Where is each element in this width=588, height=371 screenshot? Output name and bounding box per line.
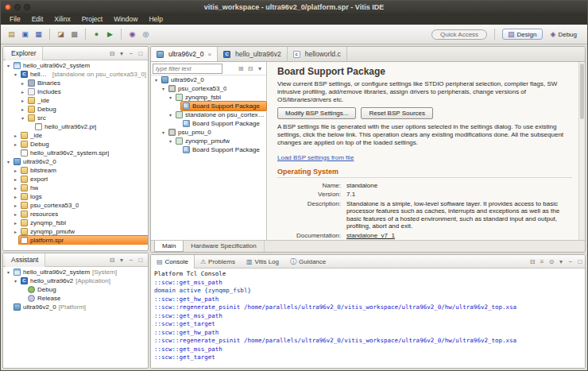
console-tab-vitis-log[interactable]: ▥Vitis Log [241, 255, 284, 269]
perspective-design-button[interactable]: ▧Design [502, 29, 542, 40]
tree-item[interactable]: ▸hw [3, 184, 148, 192]
window-maximize-button[interactable] [24, 4, 30, 10]
editor-tab-ultra96v2-0[interactable]: ultra96v2_0× [151, 47, 218, 61]
collapse-all-icon[interactable]: ⊟ [246, 65, 255, 72]
assistant-panel-tab[interactable]: Assistant [6, 253, 45, 267]
tree-item[interactable]: ultra96v2_0[Platform] [3, 303, 148, 311]
tree-item[interactable]: Board Support Package [151, 119, 266, 128]
tree-item[interactable]: ▸bitstream [3, 166, 148, 175]
documentation-link[interactable]: standalone_v7_1 [346, 232, 572, 240]
menu-item-edit[interactable]: Edit [26, 14, 49, 25]
tree-item[interactable]: ▾psu_pmu_0 [151, 128, 266, 137]
collapse-arrow-icon[interactable]: ▾ [167, 138, 174, 144]
collapse-arrow-icon[interactable]: ▾ [5, 63, 12, 68]
view-menu-icon[interactable]: ▾ [255, 65, 265, 72]
scrollbar-thumb[interactable] [580, 64, 584, 119]
tree-item[interactable]: ▸export [3, 175, 148, 184]
maximize-icon[interactable]: □ [575, 258, 585, 265]
collapse-arrow-icon[interactable]: ▾ [167, 112, 174, 118]
expand-arrow-icon[interactable]: ▸ [19, 98, 26, 103]
tree-item[interactable]: ▸zynqmp_pmufw [3, 227, 148, 236]
tree-item[interactable]: ▸_ide [3, 131, 148, 140]
collapse-arrow-icon[interactable]: ▾ [5, 269, 12, 275]
tree-item[interactable]: ▸psu_cortexa53_0 [3, 201, 148, 210]
tree-item[interactable]: ▾hello_ultra96v2_system [3, 61, 148, 70]
expand-arrow-icon[interactable]: ▸ [12, 168, 19, 173]
tree-item[interactable]: platform.spr [3, 236, 148, 245]
console-tab-guidance[interactable]: ⓘGuidance [284, 255, 331, 269]
tree-item[interactable]: ▾zynqmp_fsbl [151, 93, 266, 102]
tree-item[interactable]: Board Support Package [151, 102, 266, 110]
collapse-arrow-icon[interactable]: ▾ [12, 278, 19, 284]
maximize-icon[interactable]: □ [136, 257, 145, 264]
tree-item[interactable]: ▸Includes [3, 87, 148, 96]
tree-item[interactable]: Debug [3, 285, 148, 294]
tab-main[interactable]: Main [154, 241, 184, 252]
expand-arrow-icon[interactable]: ▸ [12, 203, 19, 208]
external-tools-icon[interactable]: ◎ [140, 29, 152, 41]
save-icon[interactable]: ▣ [19, 29, 31, 41]
modify-bsp-settings-button[interactable]: Modify BSP Settings... [277, 107, 356, 119]
tree-item[interactable]: Board Support Package [151, 145, 266, 154]
collapse-all-icon[interactable]: ⊟ [107, 50, 117, 57]
save-all-icon[interactable]: ▦ [33, 29, 44, 41]
expand-all-icon[interactable]: ⊞ [236, 65, 246, 72]
tree-item[interactable]: ▾ultra96v2_0 [151, 75, 266, 84]
tree-item[interactable]: ▾ultra96v2_0 [3, 157, 148, 166]
tree-item[interactable]: ▾zynqmp_pmufw [151, 137, 266, 145]
minimize-icon[interactable]: − [126, 50, 136, 57]
build-icon[interactable]: ◪ [55, 29, 67, 41]
expand-arrow-icon[interactable]: ▸ [12, 176, 19, 182]
menu-item-file[interactable]: File [4, 14, 26, 25]
expand-arrow-icon[interactable]: ▸ [12, 194, 19, 199]
tree-item[interactable]: ▾standalone on psu_cortexa53_0 [151, 110, 266, 119]
view-menu-icon[interactable]: ▾ [117, 257, 126, 264]
tree-item[interactable]: ▾psu_cortexa53_0 [151, 84, 266, 93]
tree-item[interactable]: ▾hello_ultra96v2[standalone on psu_corte… [3, 70, 148, 79]
tree-item[interactable]: ▸Debug [3, 105, 148, 114]
tree-item[interactable]: ▾src [3, 114, 148, 122]
window-minimize-button[interactable] [14, 4, 21, 10]
expand-arrow-icon[interactable]: ▸ [19, 89, 26, 95]
expand-arrow-icon[interactable]: ▸ [12, 211, 19, 217]
quick-access-button[interactable]: Quick Access [431, 29, 487, 40]
console-menu-icon[interactable]: ▾ [556, 258, 566, 265]
load-bsp-settings-link[interactable]: Load BSP settings from file [277, 154, 354, 161]
close-tab-icon[interactable]: × [207, 51, 211, 58]
tree-item[interactable]: ▸resources [3, 210, 148, 218]
tree-item[interactable]: ▸_ide [3, 96, 148, 105]
tree-item[interactable]: hello_ultra96v2_system.sprj [3, 149, 148, 157]
tree-item[interactable]: ▸zynqmp_fsbl [3, 218, 148, 227]
debug-icon[interactable]: ● [91, 29, 103, 41]
collapse-arrow-icon[interactable]: ▾ [160, 86, 167, 91]
run-icon[interactable]: ▶ [104, 29, 116, 41]
menu-item-help[interactable]: Help [143, 14, 168, 25]
tree-item[interactable]: ▸logs [3, 192, 148, 201]
clear-console-icon[interactable]: ⊟ [528, 258, 537, 265]
view-menu-icon[interactable]: ▾ [117, 50, 126, 57]
expand-arrow-icon[interactable]: ▸ [19, 106, 26, 112]
tree-item[interactable]: hello_ultra96v2.prj [3, 122, 148, 131]
explorer-panel-tab[interactable]: Explorer [6, 47, 43, 60]
collapse-arrow-icon[interactable]: ▾ [19, 115, 26, 121]
menu-item-xilinx[interactable]: Xilinx [48, 14, 75, 25]
tree-item[interactable]: ▸Debug [3, 140, 148, 149]
reset-bsp-sources-button[interactable]: Reset BSP Sources [361, 107, 433, 119]
expand-arrow-icon[interactable]: ▸ [19, 80, 26, 86]
tab-hardware-specification[interactable]: Hardware Specification [184, 241, 264, 252]
editor-tab-hello-ultra96v2[interactable]: hello_ultra96v2 [218, 47, 288, 61]
window-close-button[interactable] [5, 4, 11, 10]
build-all-icon[interactable]: ▩ [68, 29, 80, 41]
new-wizard-icon[interactable]: ▤ [6, 29, 17, 41]
filter-input[interactable] [153, 64, 222, 74]
collapse-all-icon[interactable]: ⊟ [107, 257, 117, 264]
tree-item[interactable]: ▸Binaries [3, 79, 148, 87]
collapse-arrow-icon[interactable]: ▾ [153, 77, 160, 83]
tree-item[interactable]: ▾hello_ultra96v2_system[System] [3, 268, 148, 276]
scroll-lock-icon[interactable]: ≡ [537, 258, 547, 265]
perspective-debug-button[interactable]: ◈Debug [545, 29, 583, 40]
tree-item[interactable]: Release [3, 294, 148, 303]
menu-item-window[interactable]: Window [108, 14, 143, 25]
minimize-icon[interactable]: − [126, 257, 136, 264]
minimize-icon[interactable]: − [566, 258, 575, 265]
